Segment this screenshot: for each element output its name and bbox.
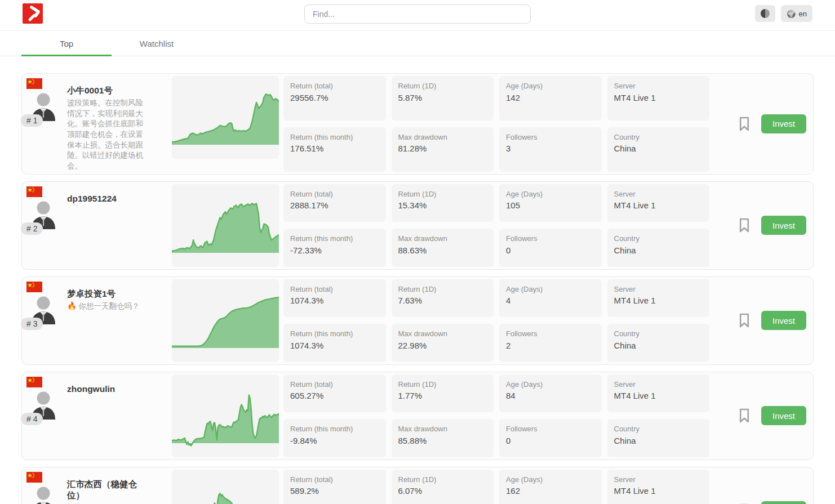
stat-tile: Max drawdown88.63% (392, 229, 494, 267)
stat-value: MT4 Live 1 (614, 92, 703, 105)
china-flag-icon (26, 78, 42, 89)
stat-label: Server (614, 474, 703, 485)
trader-card: # 2 dp19951224 Return (total)2888.17%Ret… (21, 181, 814, 270)
stat-value: 589.2% (290, 485, 379, 498)
stats-grid: Return (total)1074.3%Return (1D)7.63%Age… (283, 279, 709, 362)
stat-label: Max drawdown (398, 132, 487, 143)
stat-value: 162 (506, 485, 595, 498)
tab-watchlist[interactable]: Watchlist (112, 31, 202, 56)
stat-tile: Return (1D)5.87% (392, 76, 494, 121)
stat-label: Age (Days) (506, 284, 595, 295)
trader-list: # 1 小牛0001号 波段策略。在控制风险情况下，实现利润最大化。账号会抓住底… (0, 56, 835, 504)
performance-chart (172, 374, 279, 457)
stat-label: Server (614, 189, 703, 200)
rank-badge: # 3 (21, 318, 43, 330)
china-flag-icon (26, 186, 42, 197)
stat-label: Return (1D) (398, 189, 487, 200)
stat-tile: Return (1D)1.77% (392, 374, 494, 413)
bookmark-icon[interactable] (739, 218, 750, 233)
trader-name[interactable]: 小牛0001号 (67, 85, 147, 96)
stat-label: Return (total) (290, 379, 379, 390)
stat-label: Max drawdown (398, 423, 487, 435)
stat-label: Return (this month) (290, 328, 379, 340)
stat-label: Age (Days) (506, 379, 595, 390)
trader-card: # 4 zhongwulin Return (total)605.27%Retu… (21, 372, 814, 460)
stat-label: Followers (506, 423, 595, 435)
stat-value: 88.63% (398, 244, 487, 257)
stat-value: 6.07% (398, 485, 487, 498)
trader-info: # 3 梦卓投资1号 🔥 你想一天翻仓吗？ (29, 279, 167, 362)
stat-tile: Max drawdown81.28% (392, 127, 494, 172)
stat-tile: Return (total)29556.7% (283, 76, 386, 121)
stat-value: -72.33% (290, 244, 379, 257)
stat-value: 0 (506, 435, 595, 448)
invest-button[interactable]: Invest (761, 501, 806, 504)
header-actions: 🌍 en (755, 5, 812, 22)
stat-label: Country (614, 233, 703, 244)
trader-card: # 3 梦卓投资1号 🔥 你想一天翻仓吗？ Return (total)1074… (21, 276, 814, 365)
trader-card: # 5 汇市杰西（稳健仓位） 顺势波段交易策略 Return (total)58… (21, 467, 814, 504)
stat-label: Return (this month) (290, 132, 379, 143)
stat-value: MT4 Live 1 (614, 199, 703, 212)
invest-button[interactable]: Invest (761, 114, 806, 133)
stat-tile: Return (1D)15.34% (392, 184, 494, 222)
app-header: 🌍 en (0, 0, 835, 31)
stats-grid: Return (total)2888.17%Return (1D)15.34%A… (283, 184, 709, 267)
stat-label: Server (614, 284, 703, 295)
performance-chart (172, 470, 279, 504)
stat-value: 4 (506, 295, 595, 307)
trader-name[interactable]: zhongwulin (67, 383, 147, 395)
card-actions: Invest (714, 279, 806, 362)
trader-name[interactable]: 梦卓投资1号 (67, 288, 147, 300)
stat-label: Followers (506, 132, 595, 143)
invest-button[interactable]: Invest (761, 311, 806, 330)
china-flag-icon (26, 282, 42, 292)
stat-tile: CountryChina (607, 324, 710, 362)
language-button[interactable]: 🌍 en (781, 5, 812, 22)
trader-name[interactable]: 汇市杰西（稳健仓位） (67, 479, 147, 501)
stat-tile: CountryChina (607, 127, 710, 172)
stat-tile: Return (total)589.2% (283, 470, 386, 504)
stat-value: 22.98% (398, 340, 487, 353)
invest-button[interactable]: Invest (761, 406, 806, 425)
stat-label: Return (total) (290, 474, 379, 485)
stat-tile: Return (1D)6.07% (392, 470, 494, 504)
app-logo[interactable] (23, 3, 43, 24)
stat-label: Country (614, 423, 703, 435)
stat-label: Return (this month) (290, 423, 379, 435)
stat-value: 2 (506, 340, 595, 353)
stat-value: 605.27% (290, 390, 379, 403)
stat-value: China (614, 340, 703, 353)
stats-grid: Return (total)29556.7%Return (1D)5.87%Ag… (283, 76, 709, 172)
stats-grid: Return (total)605.27%Return (1D)1.77%Age… (283, 374, 709, 457)
stat-value: 1074.3% (290, 340, 379, 353)
bookmark-icon[interactable] (739, 313, 750, 328)
stat-tile: ServerMT4 Live 1 (607, 470, 710, 504)
search-input[interactable] (304, 5, 531, 24)
stat-value: 1074.3% (290, 295, 379, 307)
trader-info: # 5 汇市杰西（稳健仓位） 顺势波段交易策略 (29, 470, 167, 504)
trader-card: # 1 小牛0001号 波段策略。在控制风险情况下，实现利润最大化。账号会抓住底… (21, 73, 814, 175)
stat-label: Return (total) (290, 189, 379, 200)
stat-label: Return (1D) (398, 81, 487, 92)
stat-value: 176.51% (290, 142, 379, 155)
trader-name[interactable]: dp19951224 (67, 193, 147, 204)
stat-label: Age (Days) (506, 189, 595, 200)
card-actions: Invest (714, 374, 806, 457)
stat-label: Age (Days) (506, 474, 595, 485)
bookmark-icon[interactable] (739, 408, 750, 423)
stat-label: Server (614, 379, 703, 390)
stat-tile: Age (Days)84 (499, 374, 602, 413)
tab-top[interactable]: Top (21, 31, 112, 56)
stat-label: Age (Days) (506, 81, 595, 92)
bookmark-icon[interactable] (739, 117, 750, 131)
card-actions: Invest (714, 470, 806, 504)
invest-button[interactable]: Invest (761, 216, 806, 235)
card-actions: Invest (714, 76, 806, 172)
stat-tile: CountryChina (607, 419, 710, 457)
stat-label: Country (614, 328, 703, 340)
china-flag-icon (26, 377, 42, 387)
theme-toggle-button[interactable] (755, 5, 775, 22)
stat-tile: Age (Days)162 (499, 470, 602, 504)
stat-value: China (614, 435, 703, 448)
